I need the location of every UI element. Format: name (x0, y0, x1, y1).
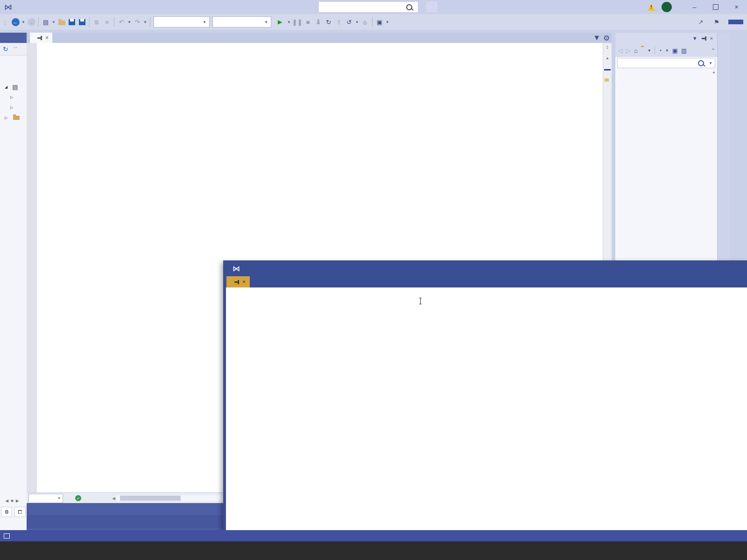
pin-icon[interactable] (37, 37, 42, 39)
solution-configuration-dropdown[interactable]: ▼ (154, 16, 210, 28)
pending-changes-filter-icon[interactable]: ◔ (658, 47, 662, 54)
notification-warning-icon[interactable]: ! (648, 4, 655, 11)
code-editor-events[interactable] (226, 287, 747, 527)
solution-platform-dropdown[interactable]: ▼ (212, 16, 271, 28)
tab-events-razor[interactable]: × (226, 276, 250, 287)
floating-window-title-bar[interactable]: ⋈ (226, 260, 747, 276)
start-debugging-button[interactable]: ▶ (276, 16, 286, 28)
home-icon[interactable]: ⌂ (634, 47, 638, 54)
status-bar (0, 530, 747, 541)
scroll-up-arrow[interactable]: ▲ (603, 56, 612, 60)
windows-taskbar (0, 541, 747, 560)
open-file-button[interactable] (57, 16, 66, 28)
visual-studio-logo-icon: ⋈ (4, 2, 12, 12)
panel-scroll-arrows[interactable]: ◀■▶ (0, 498, 27, 503)
solution-explorer-toolbar: ◁ ▷ ⌂ ▼ ◔ ▼ ▣ ▥ '' (615, 44, 717, 57)
sync-with-active-document-icon[interactable]: ▣ (672, 47, 678, 54)
search-icon (406, 4, 412, 10)
forward-icon[interactable]: ▷ (626, 47, 631, 54)
feedback-icon[interactable]: ⚑ (712, 16, 721, 28)
save-all-button[interactable] (78, 16, 87, 28)
restore-button[interactable] (705, 0, 726, 14)
visual-studio-logo-icon: ⋈ (233, 264, 240, 273)
pause-button: ❚❚ (292, 16, 303, 28)
toolbar-overflow-caret[interactable]: ▼ (385, 16, 390, 28)
close-button[interactable]: × (726, 0, 747, 14)
window-title (426, 1, 437, 13)
sql-panel-title[interactable] (0, 33, 27, 43)
navigate-forward-button[interactable]: → (27, 16, 36, 28)
sql-tree-item[interactable]: ▷ (0, 92, 27, 102)
sql-tree-item[interactable]: ◢▤ (0, 82, 27, 92)
split-handle-icon[interactable]: ↕ (603, 44, 612, 49)
hierarchy-tool-icon[interactable]: ⧠ (14, 507, 26, 517)
modified-line-marker (605, 78, 609, 82)
text-cursor (420, 298, 421, 304)
close-icon[interactable]: × (710, 35, 713, 41)
document-tab-strip: × ▼ ⚙ (27, 33, 612, 43)
health-check-icon: ✓ (75, 495, 81, 501)
document-list-caret[interactable]: ▼ (593, 33, 600, 43)
status-icon (4, 533, 10, 539)
back-icon[interactable]: ◁ (618, 47, 623, 54)
refresh-icon[interactable]: ↻ (3, 45, 8, 53)
start-debugging-caret[interactable]: ▼ (287, 16, 291, 28)
restart-icon[interactable]: ↻ (324, 16, 333, 28)
browser-link-icon[interactable]: ⌂ (360, 16, 370, 28)
collapse-all-icon[interactable]: ▥ (681, 47, 687, 54)
new-project-button[interactable]: ▤ (41, 16, 50, 28)
refresh-browser-icon[interactable]: ↺ (345, 16, 354, 28)
extensions-tool-icon[interactable]: ⚙ (1, 507, 12, 517)
step-icon: ⇧ (334, 16, 344, 28)
search-options-caret[interactable]: ▼ (709, 61, 712, 65)
scroll-position-marker (604, 69, 611, 70)
title-bar: ⋈ ! – × (0, 0, 747, 14)
switch-views-caret[interactable]: ▼ (648, 49, 651, 53)
tab-component1-razor[interactable]: × (30, 33, 52, 43)
sql-tree-item[interactable]: ▷ (0, 112, 27, 123)
panel-overflow-icon[interactable]: '' (14, 47, 18, 52)
zoom-dropdown[interactable]: ▼ (28, 494, 63, 503)
toolbar-drag-handle-icon: ⋮ (0, 16, 10, 28)
editor-options-gear-icon[interactable]: ⚙ (603, 33, 610, 43)
navigate-back-button[interactable]: ← (11, 16, 20, 28)
navigate-back-caret[interactable]: ▼ (21, 16, 26, 28)
main-toolbar: ⋮ ← ▼ → ▤ ▼ ≣ ≡ ↶ ▼ ↷ ▼ ▼ ▼ ▶ ▼ ❚❚ ■ ⇩ ↻… (0, 14, 747, 30)
minimize-button[interactable]: – (684, 0, 705, 14)
solution-search-input[interactable]: ▼ (617, 58, 715, 68)
switch-views-icon[interactable] (641, 47, 644, 54)
sql-server-object-explorer-panel: ↻ '' ◢▤ ▷ ▷ ▷ ◀■▶ ⚙ ⧠ (0, 33, 27, 530)
redo-caret[interactable]: ▼ (143, 16, 148, 28)
close-icon[interactable]: × (45, 35, 49, 41)
undo-caret[interactable]: ▼ (127, 16, 132, 28)
code-window-icon[interactable]: ▣ (375, 16, 384, 28)
attach-process-icon[interactable]: ⇩ (314, 16, 323, 28)
preview-button[interactable] (728, 20, 743, 24)
user-avatar[interactable] (662, 2, 672, 12)
quick-search-input[interactable] (319, 2, 418, 12)
save-button[interactable] (67, 16, 77, 28)
close-icon[interactable]: × (242, 279, 246, 285)
toolbar-overflow-icon[interactable]: '' (712, 47, 714, 54)
floating-tab-strip: × (226, 276, 747, 287)
outdent-icon[interactable]: ≡ (102, 16, 112, 28)
hscroll-left-arrow[interactable]: ◀ (112, 496, 115, 501)
search-icon (698, 60, 704, 66)
panel-menu-caret[interactable]: ▼ (692, 35, 698, 41)
refresh-caret[interactable]: ▼ (355, 16, 359, 28)
filter-caret[interactable]: ▼ (665, 49, 669, 53)
tree-scroll-up-arrow[interactable]: ▲ (712, 70, 716, 74)
redo-button[interactable]: ↷ (133, 16, 142, 28)
live-share-icon[interactable]: ↗ (696, 16, 705, 28)
new-project-caret[interactable]: ▼ (51, 16, 56, 28)
pin-icon[interactable] (234, 281, 239, 283)
sql-tree-item[interactable]: ▷ (0, 102, 27, 112)
indent-icon[interactable]: ≣ (92, 16, 101, 28)
floating-window-events-razor: ⋈ × (223, 260, 747, 533)
pin-icon[interactable] (702, 38, 706, 39)
editor-indicator-margin (27, 43, 37, 492)
undo-button[interactable]: ↶ (117, 16, 126, 28)
visual-studio-screen: ⋈ ! – × ⋮ ← ▼ → ▤ ▼ ≣ ≡ ↶ ▼ ↷ ▼ (0, 0, 747, 560)
stop-button: ■ (303, 16, 313, 28)
